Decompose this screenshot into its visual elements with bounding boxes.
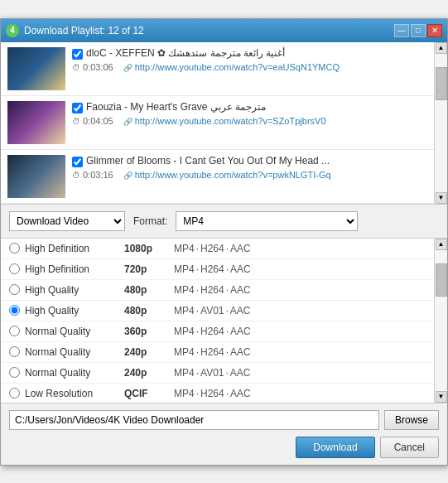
quality-res: 720p xyxy=(124,263,174,275)
quality-codec: MP4·H264·AAC xyxy=(174,346,251,358)
quality-radio[interactable] xyxy=(9,263,20,274)
format-label: Format: xyxy=(133,215,167,227)
quality-scroll-up[interactable]: ▲ xyxy=(436,239,447,250)
playlist-item: Glimmer of Blooms - I Cant Get You Out O… xyxy=(1,150,434,204)
quality-name: High Quality xyxy=(25,305,124,316)
item-checkbox[interactable] xyxy=(72,49,83,60)
item-duration: 0:03:16 xyxy=(72,170,113,180)
item-duration: 0:04:05 xyxy=(72,116,113,126)
window-title: Download Playlist: 12 of 12 xyxy=(24,25,144,36)
browse-button[interactable]: Browse xyxy=(384,410,439,430)
quality-item: Low Resolution QCIF MP4·H264·AAC xyxy=(1,384,434,403)
quality-radio[interactable] xyxy=(9,284,20,295)
quality-name: Normal Quality xyxy=(25,367,124,379)
quality-item: Normal Quality 240p MP4·AV01·AAC xyxy=(1,363,434,384)
item-meta: 0:03:06 http://www.youtube.com/watch?v=e… xyxy=(72,62,427,72)
thumbnail xyxy=(7,101,65,144)
scroll-up-arrow[interactable]: ▲ xyxy=(436,42,447,54)
action-row: Download Cancel xyxy=(9,437,439,458)
item-link[interactable]: http://www.youtube.com/watch?v=SZoTpjbrs… xyxy=(123,116,326,126)
quality-res: 480p xyxy=(124,305,174,316)
quality-res: 240p xyxy=(124,367,174,379)
quality-item: Normal Quality 240p MP4·H264·AAC xyxy=(1,342,434,363)
quality-res: 480p xyxy=(124,284,174,296)
item-meta: 0:03:16 http://www.youtube.com/watch?v=p… xyxy=(72,170,427,180)
playlist-item: Faouzia - My Heart's Grave مترجمة عربي 0… xyxy=(1,96,434,150)
content-area: أغنية رائعة مترجمة ستدهشك ✿ NEFFEX - Col… xyxy=(1,42,447,465)
thumbnail xyxy=(7,155,65,198)
format-select[interactable]: MP4 MKV AVI MOV xyxy=(176,211,358,231)
scroll-thumb[interactable] xyxy=(436,67,447,100)
quality-scroll-thumb[interactable] xyxy=(436,263,447,297)
item-meta: 0:04:05 http://www.youtube.com/watch?v=S… xyxy=(72,116,427,126)
item-checkbox-row: Glimmer of Blooms - I Cant Get You Out O… xyxy=(72,155,427,167)
quality-scroll-down[interactable]: ▼ xyxy=(436,391,447,403)
clock-icon xyxy=(72,62,80,72)
item-checkbox[interactable] xyxy=(72,157,83,167)
main-window: 4 Download Playlist: 12 of 12 — □ ✕ أغني… xyxy=(0,18,448,466)
link-icon xyxy=(123,62,132,72)
quality-scrollbar[interactable]: ▲ ▼ xyxy=(434,239,447,403)
quality-radio[interactable] xyxy=(9,367,20,378)
options-bar: Download Video Download Audio Format: MP… xyxy=(1,205,447,239)
quality-name: Normal Quality xyxy=(25,346,124,358)
clock-icon xyxy=(72,116,80,126)
quality-codec: MP4·H264·AAC xyxy=(174,284,251,296)
quality-codec: MP4·H264·AAC xyxy=(174,263,251,275)
quality-codec: MP4·AV01·AAC xyxy=(174,305,251,316)
footer-area: Browse Download Cancel xyxy=(1,403,447,465)
playlist-scrollbar[interactable]: ▲ ▼ xyxy=(434,42,447,204)
title-bar-left: 4 Download Playlist: 12 of 12 xyxy=(6,24,144,37)
app-icon: 4 xyxy=(6,24,19,37)
playlist-items: أغنية رائعة مترجمة ستدهشك ✿ NEFFEX - Col… xyxy=(1,42,434,204)
quality-name: Normal Quality xyxy=(25,326,124,337)
quality-res: 1080p xyxy=(124,243,174,254)
title-bar-controls: — □ ✕ xyxy=(394,24,442,37)
playlist-container: أغنية رائعة مترجمة ستدهشك ✿ NEFFEX - Col… xyxy=(1,42,447,205)
quality-codec: MP4·H264·AAC xyxy=(174,243,251,254)
quality-name: High Quality xyxy=(25,284,124,296)
playlist-item: أغنية رائعة مترجمة ستدهشك ✿ NEFFEX - Col… xyxy=(1,42,434,96)
quality-res: QCIF xyxy=(124,388,174,399)
item-title: أغنية رائعة مترجمة ستدهشك ✿ NEFFEX - Col… xyxy=(86,47,285,59)
cancel-button[interactable]: Cancel xyxy=(380,437,439,458)
quality-item: High Quality 480p MP4·H264·AAC xyxy=(1,280,434,301)
close-button[interactable]: ✕ xyxy=(427,24,442,37)
title-bar: 4 Download Playlist: 12 of 12 — □ ✕ xyxy=(1,19,447,42)
quality-radio[interactable] xyxy=(9,243,20,254)
path-input[interactable] xyxy=(9,410,379,430)
item-checkbox[interactable] xyxy=(72,103,83,114)
quality-radio[interactable] xyxy=(9,326,20,336)
item-title: Faouzia - My Heart's Grave مترجمة عربي xyxy=(86,101,266,113)
quality-item: Normal Quality 360p MP4·H264·AAC xyxy=(1,321,434,342)
minimize-button[interactable]: — xyxy=(394,24,409,37)
quality-radio[interactable] xyxy=(9,305,20,316)
quality-res: 360p xyxy=(124,326,174,337)
quality-name: High Definition xyxy=(25,243,124,254)
clock-icon xyxy=(72,170,80,180)
quality-radio[interactable] xyxy=(9,346,20,357)
link-icon xyxy=(123,116,132,126)
quality-container: High Definition 1080p MP4·H264·AAC High … xyxy=(1,239,447,403)
download-button[interactable]: Download xyxy=(296,437,374,458)
path-row: Browse xyxy=(9,410,439,430)
link-icon xyxy=(123,170,132,180)
item-link[interactable]: http://www.youtube.com/watch?v=pwkNLGTI-… xyxy=(123,170,331,180)
item-title: Glimmer of Blooms - I Cant Get You Out O… xyxy=(86,155,330,167)
quality-name: Low Resolution xyxy=(25,388,124,399)
quality-codec: MP4·H264·AAC xyxy=(174,388,251,399)
type-select[interactable]: Download Video Download Audio xyxy=(9,211,125,231)
quality-item: High Definition 720p MP4·H264·AAC xyxy=(1,259,434,280)
thumbnail xyxy=(7,47,65,90)
item-link[interactable]: http://www.youtube.com/watch?v=eaUSqN1YM… xyxy=(123,62,340,72)
quality-items: High Definition 1080p MP4·H264·AAC High … xyxy=(1,239,434,403)
item-checkbox-row: Faouzia - My Heart's Grave مترجمة عربي xyxy=(72,101,427,114)
quality-item: High Quality 480p MP4·AV01·AAC xyxy=(1,301,434,321)
quality-codec: MP4·H264·AAC xyxy=(174,326,251,337)
item-info: أغنية رائعة مترجمة ستدهشك ✿ NEFFEX - Col… xyxy=(72,47,427,72)
scroll-down-arrow[interactable]: ▼ xyxy=(436,192,447,204)
item-info: Faouzia - My Heart's Grave مترجمة عربي 0… xyxy=(72,101,427,126)
maximize-button[interactable]: □ xyxy=(411,24,426,37)
quality-radio[interactable] xyxy=(9,388,20,398)
quality-name: High Definition xyxy=(25,263,124,275)
